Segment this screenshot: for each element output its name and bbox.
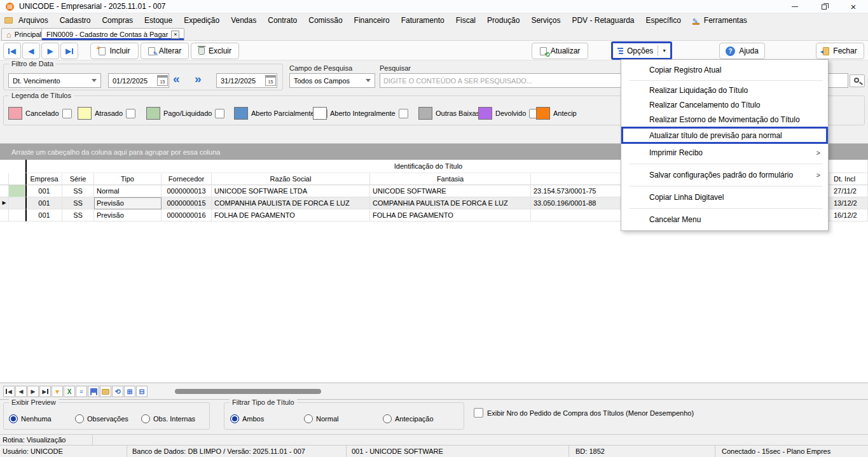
- menu-especifico[interactable]: Específico: [640, 13, 686, 27]
- atualizar-button[interactable]: ⟲ Atualizar: [532, 43, 588, 59]
- menu-cadastro[interactable]: Cadastro: [54, 13, 97, 27]
- save-icon: [90, 388, 97, 395]
- nav-expand-button[interactable]: ⊞: [124, 386, 135, 397]
- nav-open-layout-button[interactable]: [100, 386, 111, 397]
- last-icon: ▶: [42, 389, 48, 395]
- menu-item-realizar-estorno[interactable]: Realizar Estorno de Movimentação do Títu…: [621, 112, 828, 127]
- nav-save-layout-button[interactable]: [88, 386, 99, 397]
- minimize-button[interactable]: [780, 0, 809, 13]
- prev-record-icon: ◀: [29, 47, 34, 55]
- menu-servicos[interactable]: Serviços: [525, 13, 566, 27]
- menu-contrato[interactable]: Contrato: [262, 13, 303, 27]
- minus-box-icon: ⊟: [139, 388, 144, 396]
- menu-item-realizar-cancelamento[interactable]: Realizar Cancelamento do Título: [621, 97, 828, 112]
- col-serie[interactable]: Série: [62, 173, 94, 185]
- menu-item-salvar-configuracoes[interactable]: Salvar configurações padrão do formulári…: [621, 166, 828, 184]
- first-icon: ◀: [6, 389, 11, 395]
- radio-antecipacao[interactable]: Antecipação: [383, 414, 434, 423]
- menu-estoque[interactable]: Estoque: [139, 13, 178, 27]
- search-button[interactable]: [850, 74, 865, 87]
- legend-checkbox[interactable]: [399, 109, 408, 118]
- nav-last-button[interactable]: ▶: [39, 386, 51, 397]
- excluir-button[interactable]: Excluir: [191, 43, 239, 59]
- menu-expedicao[interactable]: Expedição: [178, 13, 225, 27]
- col-fornecedor[interactable]: Fornecedor: [162, 173, 212, 185]
- menu-financeiro[interactable]: Financeiro: [348, 13, 396, 27]
- title-bar: UNICODE - Empresarial - 2025.11.01 - 007…: [0, 0, 868, 13]
- nav-columns-button[interactable]: ≡: [76, 386, 87, 397]
- radio-ambos[interactable]: Ambos: [230, 414, 264, 423]
- alterar-button[interactable]: ✎ Alterar: [141, 43, 189, 59]
- radio-observacoes[interactable]: Observações: [75, 414, 128, 423]
- nav-export-excel-button[interactable]: X: [64, 386, 75, 397]
- next-record-button[interactable]: ▶: [41, 43, 59, 59]
- tab-close-icon[interactable]: ×: [171, 31, 179, 39]
- col-dt-inclusao[interactable]: Dt. Incl: [830, 173, 868, 185]
- tipo-titulo-group-label: Filtrar Tipo de Título: [230, 398, 297, 406]
- menu-item-copiar-registro[interactable]: Copiar Registro Atual: [621, 62, 828, 78]
- radio-nenhuma[interactable]: Nenhuma: [9, 414, 52, 423]
- opcoes-button[interactable]: Opções: [613, 43, 658, 58]
- ajuda-button[interactable]: ? Ajuda: [719, 43, 765, 59]
- menu-item-realizar-liquidacao[interactable]: Realizar Liquidação do Título: [621, 83, 828, 97]
- calendar-icon[interactable]: 15: [265, 75, 276, 86]
- next-record-icon: ▶: [48, 47, 53, 55]
- nav-refresh-button[interactable]: ⟲: [112, 386, 123, 397]
- last-record-button[interactable]: ▶: [60, 43, 78, 59]
- prev-period-button[interactable]: «: [173, 73, 180, 85]
- legend-checkbox[interactable]: [126, 109, 135, 118]
- date-field-select[interactable]: Dt. Vencimento: [8, 73, 101, 88]
- menu-comissao[interactable]: Comissão: [303, 13, 348, 27]
- menu-vendas[interactable]: Vendas: [225, 13, 262, 27]
- incluir-button[interactable]: + Incluir: [90, 43, 139, 59]
- legend-checkbox[interactable]: [62, 109, 72, 118]
- menu-producao[interactable]: Produção: [481, 13, 525, 27]
- next-period-button[interactable]: »: [195, 73, 202, 85]
- menu-arquivos[interactable]: Arquivos: [13, 13, 54, 27]
- tab-fin0009[interactable]: FIN0009 - Cadastro de Contas à Pagar ×: [41, 28, 184, 41]
- close-button[interactable]: ×: [839, 0, 868, 13]
- exibir-pedido-checkbox[interactable]: Exibir Nro do Pedido de Compra dos Títul…: [474, 408, 694, 418]
- menu-item-atualizar-previsao[interactable]: Atualizar título de previsão para normal: [621, 127, 828, 144]
- menu-fiscal[interactable]: Fiscal: [450, 13, 481, 27]
- fechar-button[interactable]: ◄ Fechar: [816, 43, 864, 59]
- submenu-arrow-icon: >: [816, 149, 820, 157]
- nav-collapse-button[interactable]: ⊟: [136, 386, 148, 397]
- col-empresa[interactable]: Empresa: [25, 173, 62, 185]
- radio-obs-internas[interactable]: Obs. Internas: [141, 414, 195, 423]
- date-from-input[interactable]: 01/12/2025 15: [108, 73, 169, 88]
- tab-principal[interactable]: ⌂ Principal: [1, 28, 46, 41]
- menu-item-imprimir-recibo[interactable]: Imprimir Recibo >: [621, 144, 828, 162]
- rotina-status: Rotina: Visualização: [0, 435, 93, 445]
- col-tipo[interactable]: Tipo: [94, 173, 162, 185]
- menu-item-cancelar-menu[interactable]: Cancelar Menu: [621, 211, 828, 229]
- prev-record-button[interactable]: ◀: [22, 43, 40, 59]
- nav-first-button[interactable]: ◀: [3, 386, 15, 397]
- focused-cell[interactable]: Previsão: [94, 197, 162, 209]
- row-status-indicator: [9, 209, 25, 221]
- date-to-input[interactable]: 31/12/2025 15: [216, 73, 277, 88]
- opcoes-dropdown-arrow[interactable]: ▼: [658, 43, 670, 58]
- calendar-icon[interactable]: 15: [157, 75, 168, 86]
- menu-faturamento[interactable]: Faturamento: [396, 13, 450, 27]
- nav-filter-button[interactable]: ▼: [52, 386, 63, 397]
- legend-cancelado: Cancelado: [8, 107, 72, 120]
- conexao-status: Conectado - 15sec - Plano Empres: [715, 446, 868, 457]
- restore-button[interactable]: [809, 0, 839, 13]
- menu-pdv-retaguarda[interactable]: PDV - Retaguarda: [566, 13, 640, 27]
- menu-compras[interactable]: Compras: [96, 13, 139, 27]
- first-record-button[interactable]: ◀: [3, 43, 21, 59]
- col-fantasia[interactable]: Fantasia: [370, 173, 531, 185]
- horizontal-scrollbar[interactable]: [175, 389, 321, 394]
- legend-checkbox[interactable]: [215, 109, 224, 118]
- radio-icon: [304, 414, 313, 423]
- nav-prev-button[interactable]: ◀: [15, 386, 27, 397]
- color-swatch: [478, 107, 492, 120]
- next-icon: ▶: [31, 388, 36, 395]
- search-field-select[interactable]: Todos os Campos: [289, 73, 375, 88]
- col-razao-social[interactable]: Razão Social: [212, 173, 370, 185]
- menu-item-copiar-linha-digitavel[interactable]: Copiar Linha Digitavel: [621, 188, 828, 206]
- radio-normal[interactable]: Normal: [304, 414, 338, 423]
- menu-ferramentas[interactable]: ✎ Ferramentas: [687, 13, 753, 27]
- nav-next-button[interactable]: ▶: [27, 386, 39, 397]
